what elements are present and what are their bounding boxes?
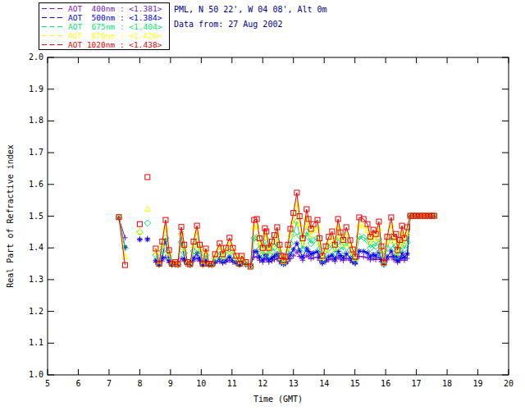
marker-diamond: [144, 220, 151, 226]
y-tick-label: 1.4: [29, 243, 43, 252]
x-tick-label: 18: [442, 379, 452, 388]
legend-entry-label: AOT 400nm : <1.381>: [68, 4, 162, 13]
marker-asterisk: [340, 255, 346, 261]
x-tick-label: 12: [258, 379, 267, 388]
y-tick-label: 1.1: [29, 338, 43, 347]
marker-square: [145, 175, 150, 180]
x-tick-label: 14: [319, 379, 329, 388]
station-location-text: PML, N 50 22', W 04 08', Alt 0m: [174, 5, 327, 14]
legend-dash-swatch: [41, 32, 66, 39]
legend-dash-swatch: [41, 14, 66, 21]
y-axis-title: Real Part of Refractive index: [6, 144, 15, 288]
legend-dash-swatch: [41, 23, 66, 30]
marker-triangle: [144, 206, 150, 212]
y-tick-label: 1.3: [29, 275, 43, 284]
legend-entry-aot-400nm: AOT 400nm : <1.381>: [41, 4, 169, 13]
marker-asterisk: [300, 254, 306, 260]
x-tick-label: 9: [168, 379, 173, 388]
x-tick-label: 15: [350, 379, 360, 388]
legend-entry-aot-1020nm: AOT 1020nm : <1.438>: [41, 40, 169, 49]
marker-plus: [311, 255, 317, 261]
data-date-text: Data from: 27 Aug 2002: [174, 20, 282, 29]
y-tick-label: 1.7: [29, 148, 43, 157]
legend-entry-aot-500nm: AOT 500nm : <1.384>: [41, 13, 169, 22]
legend-dash-swatch: [41, 41, 66, 48]
legend-entry-label: AOT 675nm : <1.404>: [68, 22, 162, 31]
plot-canvas: AOT 400nm : <1.381>AOT 500nm : <1.384>AO…: [0, 0, 525, 420]
marker-asterisk: [145, 237, 151, 243]
refractive-index-chart: 5678910111213141516171819201.01.11.21.31…: [0, 0, 525, 420]
legend-entry-aot-870nm: AOT 870nm : <1.426>: [41, 31, 169, 40]
y-tick-label: 1.9: [29, 84, 43, 94]
x-tick-label: 11: [227, 379, 237, 388]
legend-box: AOT 400nm : <1.381>AOT 500nm : <1.384>AO…: [39, 2, 170, 50]
marker-asterisk: [404, 251, 410, 257]
legend-entry-label: AOT 1020nm : <1.438>: [68, 40, 162, 49]
marker-asterisk: [311, 250, 317, 256]
y-tick-label: 2.0: [29, 52, 43, 62]
x-tick-label: 7: [107, 379, 112, 388]
marker-asterisk: [290, 247, 296, 253]
legend-entry-label: AOT 500nm : <1.384>: [68, 13, 162, 22]
marker-asterisk: [137, 237, 143, 243]
x-tick-label: 13: [289, 379, 299, 388]
y-tick-label: 1.2: [29, 307, 43, 316]
marker-asterisk: [294, 241, 300, 247]
y-tick-label: 1.5: [29, 212, 43, 221]
x-tick-label: 5: [45, 379, 50, 388]
x-tick-label: 6: [75, 379, 80, 388]
marker-square: [137, 221, 142, 226]
legend-entry-aot-675nm: AOT 675nm : <1.404>: [41, 22, 169, 31]
x-tick-label: 17: [412, 379, 422, 388]
legend-dash-swatch: [41, 5, 66, 12]
y-tick-label: 1.6: [29, 180, 43, 189]
y-tick-label: 1.8: [29, 116, 43, 125]
y-tick-label: 1.0: [29, 370, 43, 379]
x-tick-label: 8: [137, 379, 142, 388]
legend-entry-label: AOT 870nm : <1.426>: [68, 31, 162, 40]
x-tick-label: 16: [381, 379, 390, 388]
marker-asterisk: [332, 256, 338, 262]
x-tick-label: 10: [196, 379, 206, 388]
x-tick-label: 20: [504, 379, 514, 388]
x-axis-title: Time (GMT): [253, 395, 303, 404]
x-tick-label: 19: [473, 379, 483, 388]
